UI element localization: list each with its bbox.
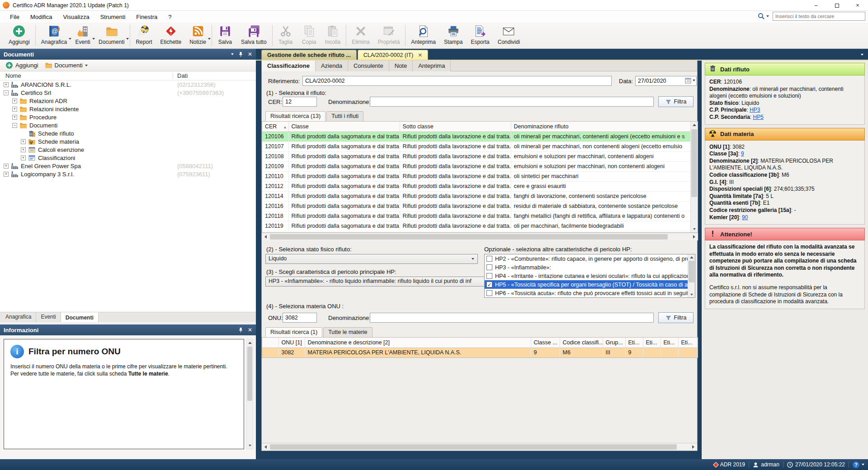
toolbar-report-button[interactable]: Report xyxy=(132,23,156,48)
dock-tab-eventi[interactable]: Eventi xyxy=(36,312,61,322)
table-row[interactable]: 120112Rifiuti prodotti dalla sagomatura … xyxy=(262,181,691,191)
toolbar-condividi-button[interactable]: Condividi xyxy=(494,23,524,48)
tab-anteprima[interactable]: Anteprima xyxy=(413,61,451,71)
date-input[interactable]: 27/01/2020 xyxy=(635,76,697,86)
menu-item-file[interactable]: File xyxy=(5,12,25,22)
tree-item[interactable]: +Classificazioni xyxy=(0,154,256,162)
tab-list-icon[interactable] xyxy=(861,50,863,57)
panel-add-button[interactable]: Aggiungi xyxy=(4,61,40,69)
column-header[interactable]: Eti... xyxy=(678,338,698,348)
column-header[interactable]: Classe ... xyxy=(531,338,560,348)
results-tab[interactable]: Tutte le materie xyxy=(323,327,372,337)
tab-azienda[interactable]: Azienda xyxy=(316,61,348,71)
maximize-button[interactable] xyxy=(826,0,847,11)
expand-icon[interactable]: + xyxy=(4,82,9,87)
scroll-up-icon[interactable] xyxy=(247,339,253,346)
column-header[interactable]: Grup... xyxy=(603,338,625,348)
column-header[interactable]: ONU [1] xyxy=(278,338,305,348)
tree-item[interactable]: +Procedure xyxy=(0,113,256,121)
hp-option[interactable]: HP3 - «Infiammabile»: xyxy=(485,263,695,272)
stato-fisico-select[interactable]: Liquido xyxy=(265,254,478,264)
tree-item[interactable]: +Enel Green Power Spa(0588042111) xyxy=(0,162,256,170)
column-header[interactable]: Eti... xyxy=(643,338,660,348)
search-icon[interactable] xyxy=(758,13,769,20)
menu-item-visualizza[interactable]: Visualizza xyxy=(57,12,94,22)
cer-filtra-button[interactable]: Filtra xyxy=(658,96,693,107)
close-panel-icon[interactable]: ✕ xyxy=(248,327,252,333)
riferimento-input[interactable] xyxy=(302,76,612,86)
column-header[interactable]: Denominazione rifiuto xyxy=(511,122,691,132)
column-header[interactable]: Denominazione e descrizione [2] xyxy=(305,338,531,348)
toolbar-notizie-button[interactable]: Notizie xyxy=(185,23,210,48)
column-nome[interactable]: Nome xyxy=(5,72,21,79)
checkbox-icon[interactable] xyxy=(486,264,492,270)
table-row[interactable]: 120109Rifiuti prodotti dalla sagomatura … xyxy=(262,161,691,171)
menu-item-finestra[interactable]: Finestra xyxy=(131,12,163,22)
collapse-icon[interactable]: − xyxy=(12,123,17,128)
tree-item[interactable]: Schede rifiuto xyxy=(0,129,256,137)
hp-option[interactable]: ✓HP5 - «Tossicità specifica per organi b… xyxy=(485,280,695,289)
results-tab[interactable]: Tutti i rifiuti xyxy=(326,111,363,121)
table-row[interactable]: 120116Rifiuti prodotti dalla sagomatura … xyxy=(262,201,691,211)
checkbox-icon[interactable] xyxy=(486,256,492,262)
tree-item[interactable]: −Certifico Srl(+390755997363) xyxy=(0,89,256,97)
tree-item[interactable]: +Logicompany 3 S.r.l.(075923611) xyxy=(0,170,256,178)
detail-link[interactable]: 90 xyxy=(742,214,748,221)
toolbar-etichette-button[interactable]: 3Etichette xyxy=(156,23,185,48)
chevron-down-icon[interactable] xyxy=(126,34,129,41)
onu-denominazione-input[interactable] xyxy=(370,313,654,323)
table-row[interactable]: 120107Rifiuti prodotti dalla sagomatura … xyxy=(262,141,691,151)
table-row[interactable]: 120110Rifiuti prodotti dalla sagomatura … xyxy=(262,171,691,181)
toolbar-anagrafica-button[interactable]: @Anagrafica xyxy=(37,23,71,48)
scroll-down-icon[interactable] xyxy=(247,442,253,449)
column-header[interactable]: Eti... xyxy=(660,338,678,348)
table-row[interactable]: 120114Rifiuti prodotti dalla sagomatura … xyxy=(262,191,691,201)
onu-input[interactable] xyxy=(283,313,317,323)
toolbar-salva-button[interactable]: Salva xyxy=(213,23,237,48)
hp-list-scrollbar[interactable] xyxy=(688,254,695,297)
tree-item[interactable]: +Schede materia xyxy=(0,137,256,146)
tree-item[interactable]: +Calcoli esenzione xyxy=(0,146,256,154)
dock-tab-anagrafica[interactable]: Anagrafica xyxy=(1,312,36,322)
expand-icon[interactable]: + xyxy=(21,155,26,160)
document-hscrollbar[interactable] xyxy=(262,443,697,451)
search-input[interactable] xyxy=(773,12,865,21)
menu-item-[interactable]: ? xyxy=(163,12,177,22)
cer-table-scrollbar[interactable] xyxy=(690,122,698,232)
panel-folder-button[interactable]: Documenti xyxy=(43,61,90,69)
tree-item[interactable]: +ARANCIONI S.R.L.(02/12312356) xyxy=(0,80,256,89)
cer-table-hscrollbar[interactable] xyxy=(262,233,698,240)
info-scrollbar[interactable] xyxy=(246,339,253,449)
column-dati[interactable]: Dati xyxy=(177,72,188,79)
close-panel-icon[interactable]: ✕ xyxy=(248,51,252,57)
results-tab[interactable]: Risultati ricerca (1) xyxy=(265,327,322,337)
cer-denominazione-input[interactable] xyxy=(370,97,654,107)
pin-icon[interactable] xyxy=(238,52,243,57)
toolbar-aggiungi-button[interactable]: Aggiungi xyxy=(5,23,34,48)
toolbar-documenti-button[interactable]: Documenti xyxy=(94,23,128,48)
table-row[interactable]: 120119Rifiuti prodotti dalla sagomatura … xyxy=(262,221,691,231)
collapse-icon[interactable]: − xyxy=(4,90,9,95)
hp-option[interactable]: HP2 - «Comburente»: rifiuto capace, in g… xyxy=(485,254,695,263)
tree-item[interactable]: −Documenti xyxy=(0,121,256,129)
column-header[interactable]: Classe xyxy=(288,122,400,132)
checkbox-checked-icon[interactable]: ✓ xyxy=(486,282,492,287)
checkbox-icon[interactable] xyxy=(486,290,492,296)
toolbar-esporta-button[interactable]: Esporta xyxy=(467,23,493,48)
close-tab-icon[interactable]: ✕ xyxy=(418,52,422,58)
hp-option[interactable]: HP4 - «Irritante - irritazione cutanea e… xyxy=(485,272,695,280)
tab-note[interactable]: Note xyxy=(389,61,413,71)
column-header[interactable] xyxy=(262,338,278,348)
tab-consulente[interactable]: Consulente xyxy=(348,61,389,71)
minimize-button[interactable]: – xyxy=(806,0,826,11)
column-header[interactable]: Codice classifi... xyxy=(560,338,603,348)
hp-option[interactable]: HP6 - «Tossicità acuta»: rifiuto che può… xyxy=(485,289,695,297)
table-row[interactable]: 120106Rifiuti prodotti dalla sagomatura … xyxy=(262,132,691,141)
document-tab-1[interactable]: Gestione delle schede rifiuto ... xyxy=(261,50,357,60)
expand-icon[interactable]: + xyxy=(21,139,26,144)
expand-icon[interactable]: + xyxy=(4,172,9,177)
menu-item-strumenti[interactable]: Strumenti xyxy=(95,12,131,22)
expand-icon[interactable]: + xyxy=(12,107,17,112)
tab-classificazione[interactable]: Classificazione xyxy=(262,61,316,71)
close-button[interactable]: × xyxy=(847,0,868,11)
